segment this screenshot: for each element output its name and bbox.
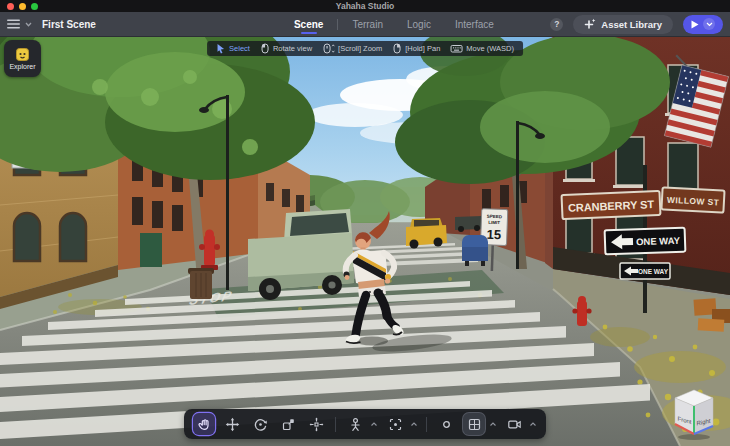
- tab-interface[interactable]: Interface: [443, 12, 506, 36]
- menubar: First Scene Scene Terrain Logic Interfac…: [0, 12, 730, 37]
- help-button[interactable]: ?: [550, 18, 563, 31]
- grid-icon: [467, 417, 482, 432]
- question-icon: ?: [554, 19, 559, 29]
- pose-tool[interactable]: [344, 413, 366, 435]
- explorer-cube-icon: [15, 47, 30, 62]
- one-way-sign-small[interactable]: ONE WAY: [620, 263, 670, 279]
- yellow-taxi[interactable]: [406, 218, 447, 249]
- svg-text:ONE WAY: ONE WAY: [636, 235, 681, 248]
- tab-divider: [337, 19, 338, 30]
- mouse-right-icon: [392, 43, 402, 54]
- snap-tool[interactable]: [435, 413, 457, 435]
- scene-canvas[interactable]: STOP: [0, 37, 730, 446]
- window-title: Yahaha Studio: [0, 0, 730, 12]
- hint-rotate-view: Rotate view: [260, 43, 312, 54]
- scale-tool[interactable]: [277, 413, 299, 435]
- play-options-button[interactable]: [703, 18, 715, 30]
- hamburger-icon[interactable]: [7, 19, 20, 29]
- svg-text:15: 15: [486, 227, 501, 242]
- chevron-up-icon[interactable]: [489, 421, 497, 427]
- camera-view-tool[interactable]: [503, 413, 525, 435]
- hint-move-wasd: Move (WASD): [450, 43, 514, 54]
- toolbar-divider: [426, 417, 427, 432]
- mouse-left-icon: [260, 43, 270, 54]
- focus-tool[interactable]: [384, 413, 406, 435]
- scene-name-label: First Scene: [42, 19, 96, 30]
- hint-scroll-zoom: [Scroll] Zoom: [322, 43, 382, 54]
- plus-sparkle-icon: [584, 18, 596, 30]
- transform-icon: [309, 417, 324, 432]
- hand-icon: [197, 417, 212, 432]
- svg-text:LIMIT: LIMIT: [488, 220, 500, 225]
- chevron-down-icon: [706, 22, 713, 27]
- snap-dot-icon: [439, 417, 454, 432]
- tab-terrain[interactable]: Terrain: [340, 12, 395, 36]
- street-sign-willow[interactable]: WILLOW ST: [661, 187, 724, 212]
- bottom-toolbar: [184, 409, 546, 439]
- chevron-up-icon[interactable]: [370, 421, 378, 427]
- rotate-icon: [253, 417, 268, 432]
- viewport-3d[interactable]: STOP: [0, 37, 730, 446]
- move-icon: [225, 417, 240, 432]
- chevron-down-icon[interactable]: [25, 22, 32, 27]
- svg-text:SPEED: SPEED: [487, 214, 503, 220]
- grid-view-tool[interactable]: [463, 413, 485, 435]
- scene-menu[interactable]: First Scene: [7, 19, 96, 30]
- cursor-icon: [216, 43, 226, 54]
- tab-scene[interactable]: Scene: [282, 12, 335, 36]
- chevron-up-icon[interactable]: [410, 421, 418, 427]
- street-sign-cranberry[interactable]: CRANBERRY ST: [562, 191, 661, 219]
- move-tool[interactable]: [221, 413, 243, 435]
- one-way-sign[interactable]: ONE WAY: [605, 228, 686, 255]
- hand-tool[interactable]: [193, 413, 215, 435]
- asset-library-button[interactable]: Asset Library: [573, 15, 673, 34]
- keyboard-icon: [450, 43, 463, 54]
- svg-text:ONE WAY: ONE WAY: [638, 268, 669, 275]
- hint-select: Select: [216, 43, 250, 54]
- mode-tabs: Scene Terrain Logic Interface: [282, 12, 506, 36]
- play-icon: [691, 20, 699, 29]
- explorer-label: Explorer: [9, 63, 35, 70]
- transform-tool[interactable]: [305, 413, 327, 435]
- rotate-tool[interactable]: [249, 413, 271, 435]
- pose-person-icon: [348, 417, 363, 432]
- hint-hold-pan: [Hold] Pan: [392, 43, 440, 54]
- control-hints-bar: Select Rotate view [Scroll] Zoom [Hold] …: [207, 41, 523, 56]
- explorer-button[interactable]: Explorer: [4, 40, 41, 77]
- play-button[interactable]: [683, 15, 723, 34]
- scale-icon: [281, 417, 296, 432]
- toolbar-divider: [335, 417, 336, 432]
- green-door[interactable]: [140, 233, 162, 267]
- focus-target-icon: [388, 417, 403, 432]
- tab-logic[interactable]: Logic: [395, 12, 443, 36]
- mouse-scroll-icon: [322, 43, 335, 54]
- chevron-up-icon[interactable]: [529, 421, 537, 427]
- trash-bin[interactable]: [188, 268, 214, 299]
- yahaha-studio-window: Yahaha Studio First Scene Scene Terrain …: [0, 0, 730, 446]
- titlebar: Yahaha Studio: [0, 0, 730, 12]
- camera-icon: [507, 417, 522, 432]
- view-gizmo-cube[interactable]: Front Right: [671, 387, 717, 441]
